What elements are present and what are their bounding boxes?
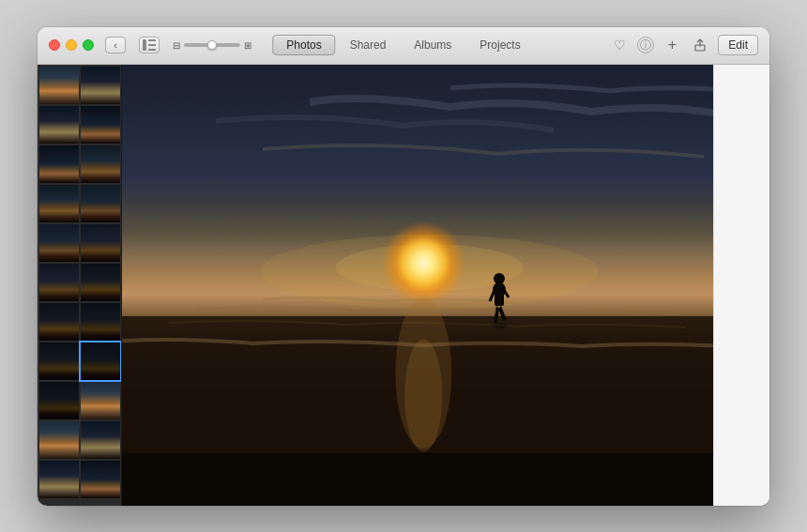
tab-albums[interactable]: Albums: [400, 35, 465, 55]
close-button[interactable]: [49, 39, 60, 51]
tab-projects[interactable]: Projects: [465, 35, 534, 55]
thumbnail[interactable]: [39, 421, 79, 459]
titlebar-left: ‹ ⊟ ⊞: [49, 37, 251, 53]
back-button[interactable]: ‹: [105, 37, 126, 53]
zoom-in-icon: ⊞: [244, 40, 251, 51]
thumb-row: [39, 382, 119, 419]
thumbnail[interactable]: [81, 224, 120, 262]
thumb-row: [39, 224, 119, 262]
thumbnail[interactable]: [81, 106, 120, 144]
thumb-row: [39, 106, 119, 144]
thumb-row: [39, 461, 119, 498]
thumbnail[interactable]: [39, 461, 79, 498]
content-area: [38, 65, 769, 506]
titlebar: ‹ ⊟ ⊞ Photos Sha: [38, 27, 769, 65]
photo-display: [122, 65, 713, 506]
thumb-row: [39, 264, 119, 301]
thumbnail[interactable]: [39, 185, 79, 222]
share-icon: [693, 38, 707, 52]
thumbnail[interactable]: [81, 303, 120, 341]
thumbnail[interactable]: [81, 185, 120, 222]
zoom-control: ⊟ ⊞: [173, 40, 251, 51]
thumb-row: [39, 185, 119, 222]
sidebar-toggle-button[interactable]: [139, 37, 160, 53]
thumbnail[interactable]: [39, 303, 79, 341]
thumbnail[interactable]: [81, 421, 120, 459]
svg-rect-0: [143, 39, 146, 51]
thumb-row: [39, 421, 119, 459]
titlebar-right: ♡ ⓘ + Edit: [609, 35, 758, 55]
thumbnail[interactable]: [39, 67, 79, 104]
zoom-slider-thumb: [207, 40, 217, 50]
thumbnail[interactable]: [81, 382, 120, 419]
thumb-row: [39, 145, 119, 183]
svg-rect-2: [148, 44, 156, 46]
zoom-slider[interactable]: [184, 43, 240, 47]
svg-rect-1: [148, 39, 156, 41]
thumbnail[interactable]: [81, 67, 120, 104]
thumb-row: [39, 303, 119, 341]
app-window: ‹ ⊟ ⊞ Photos Sha: [38, 27, 769, 506]
share-button[interactable]: [690, 35, 710, 55]
svg-rect-3: [148, 49, 156, 51]
nav-tabs: Photos Shared Albums Projects: [272, 35, 534, 55]
minimize-button[interactable]: [66, 39, 77, 51]
thumbnail[interactable]: [81, 461, 120, 498]
sidebar-toggle-icon: [143, 39, 156, 51]
back-icon: ‹: [114, 39, 117, 51]
zoom-out-icon: ⊟: [173, 40, 180, 51]
sky-background: [122, 65, 713, 506]
thumbnail[interactable]: [39, 106, 79, 144]
thumbnail-selected[interactable]: [81, 342, 120, 380]
thumb-row: [39, 67, 119, 104]
thumbnail[interactable]: [39, 145, 79, 183]
thumbnail[interactable]: [81, 264, 120, 301]
thumbnail[interactable]: [39, 264, 79, 301]
main-photo-view: [122, 65, 713, 506]
thumbnail[interactable]: [39, 224, 79, 262]
right-panel: [713, 65, 769, 506]
tab-shared[interactable]: Shared: [336, 35, 401, 55]
heart-button[interactable]: ♡: [609, 35, 630, 55]
thumbnail[interactable]: [81, 145, 120, 183]
traffic-lights: [49, 39, 94, 51]
thumb-row: [39, 342, 119, 380]
maximize-button[interactable]: [83, 39, 94, 51]
thumbnail[interactable]: [39, 342, 79, 380]
thumbnail-sidebar: [38, 65, 122, 506]
edit-button[interactable]: Edit: [718, 35, 758, 55]
beach-scene: [122, 65, 713, 506]
info-button[interactable]: ⓘ: [637, 37, 654, 53]
thumbnail[interactable]: [39, 382, 79, 419]
add-button[interactable]: +: [662, 35, 682, 55]
tab-photos[interactable]: Photos: [272, 35, 335, 55]
